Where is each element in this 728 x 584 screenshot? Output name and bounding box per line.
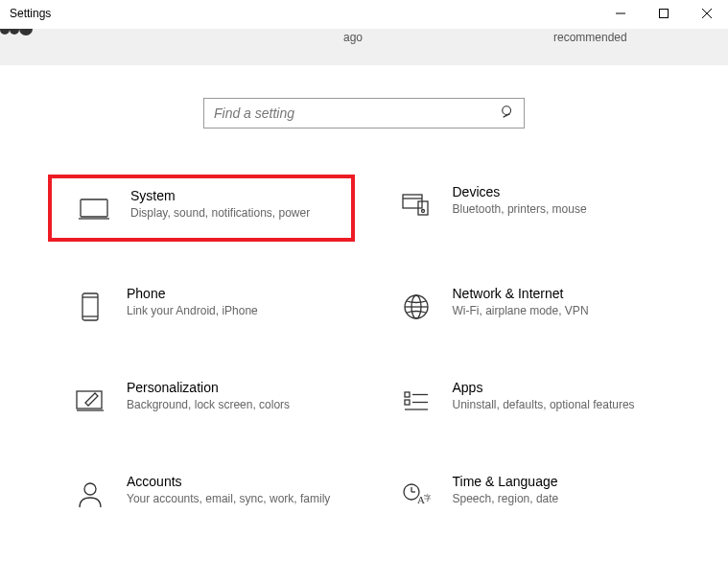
svg-rect-6: [81, 199, 107, 217]
svg-point-11: [421, 210, 424, 213]
window-controls: [599, 0, 728, 27]
tile-apps[interactable]: Apps Uninstall, defaults, optional featu…: [374, 370, 681, 430]
tile-sub: Your accounts, email, sync, work, family: [127, 491, 340, 506]
tile-sub: Uninstall, defaults, optional features: [453, 397, 666, 412]
search-box[interactable]: [203, 98, 525, 128]
tile-time-language[interactable]: A字 Time & Language Speech, region, date: [374, 464, 681, 524]
tile-sub: Background, lock screen, colors: [127, 397, 340, 412]
phone-icon: [71, 288, 109, 326]
search-input[interactable]: [214, 105, 501, 121]
strip-dot: [10, 29, 19, 35]
tile-personalization[interactable]: Personalization Background, lock screen,…: [48, 370, 355, 430]
maximize-button[interactable]: [642, 0, 685, 27]
tile-title: Network & Internet: [453, 286, 666, 301]
window-title: Settings: [0, 0, 60, 27]
system-icon: [75, 190, 113, 228]
svg-text:字: 字: [424, 494, 431, 502]
tile-title: System: [130, 188, 336, 203]
minimize-button[interactable]: [599, 0, 642, 27]
search-icon: [501, 105, 514, 122]
accounts-icon: [71, 476, 109, 514]
tile-title: Personalization: [127, 380, 340, 395]
time-language-icon: A字: [397, 476, 435, 514]
tile-accounts[interactable]: Accounts Your accounts, email, sync, wor…: [48, 464, 355, 524]
tile-sub: Speech, region, date: [453, 491, 666, 506]
tile-title: Apps: [453, 380, 666, 395]
svg-rect-22: [405, 400, 410, 405]
close-button[interactable]: [685, 0, 728, 27]
tile-title: Phone: [127, 286, 340, 301]
strip-text-recommended: recommended: [553, 31, 627, 44]
devices-icon: [397, 186, 435, 224]
tile-network[interactable]: Network & Internet Wi-Fi, airplane mode,…: [374, 276, 681, 336]
svg-rect-1: [659, 10, 668, 18]
strip-dot: [19, 29, 33, 35]
search-container: [0, 98, 728, 128]
strip-dot: [0, 29, 10, 35]
tile-sub: Link your Android, iPhone: [127, 303, 340, 318]
globe-icon: [397, 288, 435, 326]
tile-sub: Wi-Fi, airplane mode, VPN: [453, 303, 666, 318]
svg-rect-20: [405, 392, 410, 397]
svg-point-4: [503, 106, 511, 115]
strip-text-ago: ago: [343, 31, 363, 44]
svg-point-25: [84, 483, 96, 495]
tile-devices[interactable]: Devices Bluetooth, printers, mouse: [374, 175, 681, 242]
tile-title: Time & Language: [453, 474, 666, 489]
tile-system[interactable]: System Display, sound, notifications, po…: [48, 175, 355, 242]
svg-rect-18: [77, 391, 102, 409]
header-strip: ago recommended: [0, 29, 728, 65]
tile-sub: Display, sound, notifications, power: [130, 205, 336, 221]
tile-sub: Bluetooth, printers, mouse: [453, 201, 666, 217]
apps-icon: [397, 382, 435, 420]
tile-title: Accounts: [127, 474, 340, 489]
settings-grid: System Display, sound, notifications, po…: [0, 175, 728, 524]
tile-title: Devices: [453, 184, 666, 199]
personalization-icon: [71, 382, 109, 420]
titlebar: Settings: [0, 0, 728, 29]
tile-phone[interactable]: Phone Link your Android, iPhone: [48, 276, 355, 336]
